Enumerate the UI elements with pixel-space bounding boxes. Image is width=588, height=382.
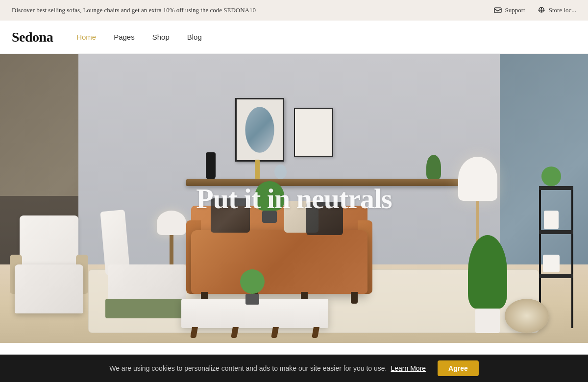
store-locator-icon [537, 6, 546, 15]
shelf-glass-orb [274, 165, 287, 179]
hero-section: Put it in neutrals [0, 54, 588, 343]
shelf-gold-vase [255, 160, 260, 179]
announcement-bar: Discover best selling sofas, Lounge chai… [0, 0, 588, 21]
plant-floor [240, 269, 265, 304]
coffee-table-leg-2 [231, 327, 239, 338]
top-right-links: Support Store loc... [493, 6, 577, 15]
sofa-leg-4 [351, 292, 358, 304]
nav-bar: Sedona Home Pages Shop Blog [0, 21, 588, 54]
armchair-left [5, 215, 93, 313]
nav-link-home[interactable]: Home [76, 33, 96, 41]
announcement-text: Discover best selling sofas, Lounge chai… [12, 6, 493, 14]
store-locator-link[interactable]: Store loc... [537, 6, 576, 15]
support-link[interactable]: Support [493, 6, 525, 15]
store-locator-label: Store loc... [549, 6, 576, 14]
nav-link-blog[interactable]: Blog [187, 33, 202, 41]
nav-link-pages[interactable]: Pages [114, 33, 135, 41]
big-plant-leaves [468, 235, 507, 309]
stand-plant-top [541, 167, 561, 186]
coffee-table-leg-3 [271, 327, 279, 338]
pouf [505, 299, 549, 333]
nav-link-shop[interactable]: Shop [152, 33, 170, 41]
lamp-right-shade [458, 157, 497, 201]
brand-logo[interactable]: Sedona [12, 29, 53, 45]
support-icon [493, 6, 502, 15]
nav-links: Home Pages Shop Blog [76, 33, 202, 41]
plant-stand-shelf-top [539, 186, 573, 190]
armchair-seat [15, 264, 83, 313]
plant-floor-pot [245, 294, 259, 305]
plant-stand-shelf-mid [539, 230, 573, 234]
sofa [186, 206, 372, 304]
coffee-table-leg-1 [190, 327, 198, 338]
shelf-plant [426, 155, 441, 179]
support-label: Support [505, 6, 525, 14]
stand-plant-mid [544, 211, 559, 229]
big-plant-pot [475, 309, 500, 333]
artwork-frame-1 [235, 98, 284, 162]
plant-stand-shelf-bot [539, 274, 573, 278]
svg-rect-0 [494, 8, 501, 13]
stand-plant-bot [543, 255, 560, 272]
lounge-chair-seat [108, 264, 186, 304]
big-plant [468, 235, 507, 333]
plant-stand-leg-right [571, 186, 573, 328]
shelf-black-vase [206, 152, 216, 179]
plant-floor-leaves [240, 269, 265, 294]
hero-headline: Put it in neutrals [196, 182, 392, 215]
sofa-body [191, 230, 368, 294]
coffee-table-legs [191, 327, 318, 338]
lounge-chair-frame [105, 299, 189, 318]
artwork-frame-2 [294, 108, 333, 157]
coffee-table-leg-4 [312, 327, 319, 338]
